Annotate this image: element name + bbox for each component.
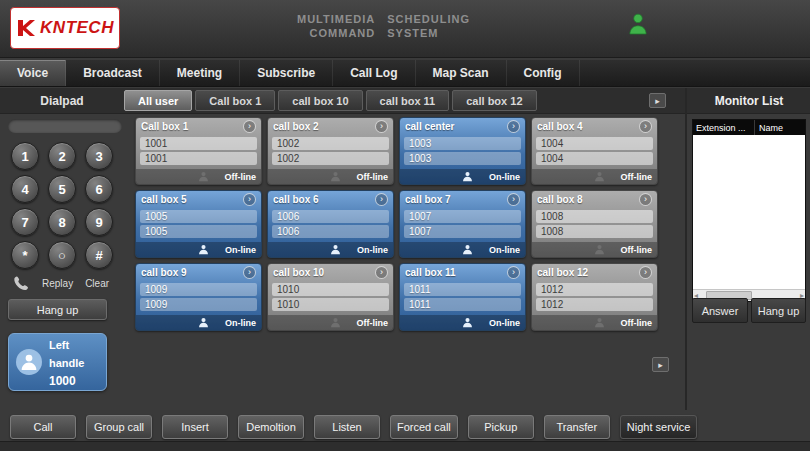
dialpad-key[interactable]: # [85,241,113,269]
callbox-expand-button[interactable]: › [243,193,256,206]
dialpad-key[interactable]: 2 [48,142,76,170]
left-handle-card[interactable]: Left handle 1000 [8,333,107,391]
clear-button[interactable]: Clear [85,278,109,289]
callbox-name: call box 8 [537,194,639,205]
user-group-tab[interactable]: call box 11 [366,90,450,111]
callbox-card[interactable]: call box 5 › 1005 1005 On-line [135,190,262,258]
callbox-expand-button[interactable]: › [639,266,652,279]
callbox-expand-button[interactable]: › [375,193,388,206]
callbox-card[interactable]: Call box 1 › 1001 1001 Off-line [135,117,262,185]
title-word: MULTIMEDIA [297,13,375,25]
callbox-number: 1006 [272,225,389,238]
callbox-card[interactable]: call center › 1003 1003 On-line [399,117,526,185]
action-button[interactable]: Call [10,415,76,439]
action-button[interactable]: Forced call [390,415,458,439]
app-header: KNTECH MULTIMEDIA SCHEDULING COMMAND SYS… [0,0,810,58]
callbox-number: 1010 [272,298,389,311]
callbox-expand-button[interactable]: › [243,266,256,279]
person-icon [198,244,209,255]
callbox-card[interactable]: call box 2 › 1002 1002 Off-line [267,117,394,185]
dialpad-key[interactable]: * [11,241,39,269]
dialpad-key[interactable]: 4 [11,175,39,203]
callbox-number: 1009 [140,298,257,311]
dialpad-key[interactable]: 5 [48,175,76,203]
menu-tab[interactable]: Meeting [160,60,240,86]
callbox-number: 1007 [404,225,521,238]
callbox-card[interactable]: call box 7 › 1007 1007 On-line [399,190,526,258]
logo-text: KNTECH [40,18,114,38]
action-button[interactable]: Demoltion [238,415,304,439]
dialpad-panel-title: Dialpad [0,94,124,108]
callbox-status-bar: Off-line [532,315,657,330]
menu-tab[interactable]: Config [507,60,580,86]
callbox-extension: 1006 [272,210,389,223]
menu-tab[interactable]: Map Scan [416,60,507,86]
callbox-card[interactable]: call box 4 › 1004 1004 Off-line [531,117,658,185]
dialpad-key[interactable]: 8 [48,208,76,236]
grid-page-right-button[interactable]: ▸ [652,357,669,372]
dialpad-key[interactable]: 6 [85,175,113,203]
monitor-list: Extension ... Name ◂ ▸ [692,119,806,302]
person-icon [330,317,341,328]
tabs-scroll-right-button[interactable]: ▸ [649,93,666,108]
user-group-tab[interactable]: call box 12 [452,90,536,111]
title-word: SCHEDULING [387,13,470,25]
action-button[interactable]: Insert [162,415,228,439]
callbox-name: call center [405,121,507,132]
action-button[interactable]: Transfer [544,415,610,439]
callbox-expand-button[interactable]: › [375,120,388,133]
user-group-tab[interactable]: call box 10 [278,90,362,111]
callbox-name: call box 12 [537,267,639,278]
callbox-expand-button[interactable]: › [507,120,520,133]
person-icon [594,317,605,328]
monitor-hang-up-button[interactable]: Hang up [751,298,806,323]
callbox-status-bar: Off-line [268,315,393,330]
callbox-expand-button[interactable]: › [507,266,520,279]
callbox-expand-button[interactable]: › [639,193,652,206]
menu-tab[interactable]: Voice [0,60,66,86]
menu-tab[interactable]: Call Log [333,60,415,86]
callbox-card[interactable]: call box 9 › 1009 1009 On-line [135,263,262,331]
callbox-number: 1004 [536,152,653,165]
dialpad-key[interactable]: 1 [11,142,39,170]
action-button[interactable]: Group call [86,415,152,439]
callbox-status: Off-line [621,318,653,328]
dialpad-key[interactable]: 3 [85,142,113,170]
dial-display[interactable] [8,119,122,133]
callbox-expand-button[interactable]: › [375,266,388,279]
user-group-tab[interactable]: Call box 1 [195,90,275,111]
callbox-header: call box 8 › [532,191,657,208]
monitor-list-body[interactable] [693,135,805,289]
dialpad-key[interactable]: 9 [85,208,113,236]
dialpad-key[interactable]: ○ [48,241,76,269]
callbox-status-bar: On-line [400,169,525,184]
callbox-name: call box 4 [537,121,639,132]
callbox-status-bar: On-line [136,315,261,330]
user-group-tab[interactable]: All user [124,90,192,111]
dialpad-key[interactable]: 7 [11,208,39,236]
callbox-card[interactable]: call box 8 › 1008 1008 Off-line [531,190,658,258]
footer-strip [0,441,810,451]
answer-button[interactable]: Answer [692,298,748,323]
callbox-header: Call box 1 › [136,118,261,135]
replay-button[interactable]: Replay [42,278,73,289]
action-button[interactable]: Pickup [468,415,534,439]
hang-up-button[interactable]: Hang up [8,299,107,320]
system-title: MULTIMEDIA SCHEDULING COMMAND SYSTEM [297,13,470,39]
callbox-card[interactable]: call box 12 › 1012 1012 Off-line [531,263,658,331]
action-button[interactable]: Listen [314,415,380,439]
callbox-extension: 1012 [536,283,653,296]
callbox-header: call box 12 › [532,264,657,281]
callbox-expand-button[interactable]: › [243,120,256,133]
menu-tab[interactable]: Subscribe [240,60,333,86]
callbox-card[interactable]: call box 10 › 1010 1010 Off-line [267,263,394,331]
menu-tab[interactable]: Broadcast [66,60,160,86]
action-button[interactable]: Night service [620,415,698,439]
callbox-expand-button[interactable]: › [639,120,652,133]
callbox-extension: 1003 [404,137,521,150]
callbox-extension: 1004 [536,137,653,150]
callbox-card[interactable]: call box 11 › 1011 1011 On-line [399,263,526,331]
callbox-expand-button[interactable]: › [507,193,520,206]
callbox-name: call box 5 [141,194,243,205]
callbox-card[interactable]: call box 6 › 1006 1006 On-line [267,190,394,258]
